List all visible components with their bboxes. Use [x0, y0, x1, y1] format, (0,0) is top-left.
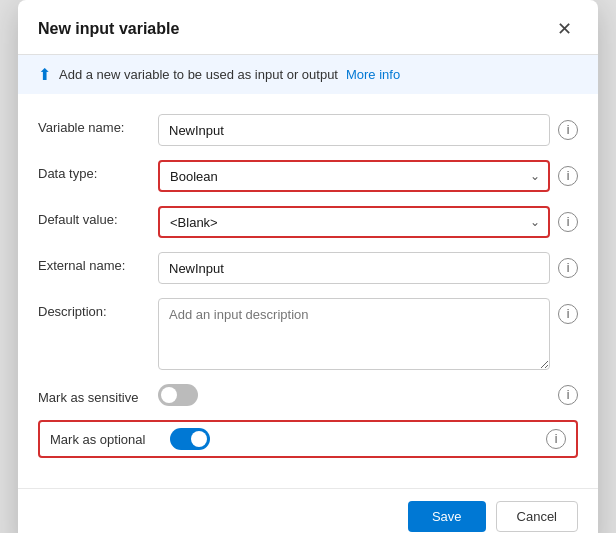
external-name-row: External name: i: [38, 252, 578, 284]
dialog-body: Variable name: i Data type: Boolean Stri…: [18, 94, 598, 488]
mark-sensitive-toggle[interactable]: [158, 384, 198, 406]
data-type-select-wrap: Boolean String Integer Float DateTime ⌄: [158, 160, 550, 192]
default-value-select[interactable]: <Blank> True False: [158, 206, 550, 238]
data-type-info-icon: i: [558, 166, 578, 186]
mark-sensitive-label: Mark as sensitive: [38, 384, 158, 405]
dialog-footer: Save Cancel: [18, 488, 598, 533]
variable-name-label: Variable name:: [38, 114, 158, 135]
save-button[interactable]: Save: [408, 501, 486, 532]
mark-sensitive-toggle-wrap: [158, 384, 198, 406]
close-button[interactable]: ✕: [551, 16, 578, 42]
cancel-button[interactable]: Cancel: [496, 501, 578, 532]
variable-name-input[interactable]: [158, 114, 550, 146]
new-input-variable-dialog: New input variable ✕ ⬆ Add a new variabl…: [18, 0, 598, 533]
mark-sensitive-control: i: [158, 384, 578, 406]
data-type-control: Boolean String Integer Float DateTime ⌄ …: [158, 160, 578, 192]
mark-sensitive-slider: [158, 384, 198, 406]
description-input[interactable]: [158, 298, 550, 370]
data-type-select[interactable]: Boolean String Integer Float DateTime: [158, 160, 550, 192]
external-name-control: i: [158, 252, 578, 284]
default-value-row: Default value: <Blank> True False ⌄ i: [38, 206, 578, 238]
mark-sensitive-row: Mark as sensitive i: [38, 384, 578, 406]
default-value-control: <Blank> True False ⌄ i: [158, 206, 578, 238]
mark-optional-slider: [170, 428, 210, 450]
mark-optional-info-icon: i: [546, 429, 566, 449]
variable-name-row: Variable name: i: [38, 114, 578, 146]
mark-optional-control: i: [170, 428, 566, 450]
dialog-header: New input variable ✕: [18, 0, 598, 55]
default-value-select-wrap: <Blank> True False ⌄: [158, 206, 550, 238]
external-name-label: External name:: [38, 252, 158, 273]
variable-name-control: i: [158, 114, 578, 146]
description-row: Description: i: [38, 298, 578, 370]
mark-optional-label: Mark as optional: [50, 432, 170, 447]
mark-sensitive-info-icon: i: [558, 385, 578, 405]
description-info-icon: i: [558, 304, 578, 324]
info-banner: ⬆ Add a new variable to be used as input…: [18, 55, 598, 94]
dialog-title: New input variable: [38, 20, 179, 38]
banner-text: Add a new variable to be used as input o…: [59, 67, 338, 82]
default-value-info-icon: i: [558, 212, 578, 232]
data-type-row: Data type: Boolean String Integer Float …: [38, 160, 578, 192]
description-label: Description:: [38, 298, 158, 319]
variable-name-info-icon: i: [558, 120, 578, 140]
more-info-link[interactable]: More info: [346, 67, 400, 82]
external-name-info-icon: i: [558, 258, 578, 278]
description-control: i: [158, 298, 578, 370]
mark-optional-toggle[interactable]: [170, 428, 210, 450]
mark-optional-toggle-wrap: [170, 428, 210, 450]
external-name-input[interactable]: [158, 252, 550, 284]
mark-optional-row: Mark as optional i: [38, 420, 578, 458]
upload-icon: ⬆: [38, 65, 51, 84]
data-type-label: Data type:: [38, 160, 158, 181]
default-value-label: Default value:: [38, 206, 158, 227]
